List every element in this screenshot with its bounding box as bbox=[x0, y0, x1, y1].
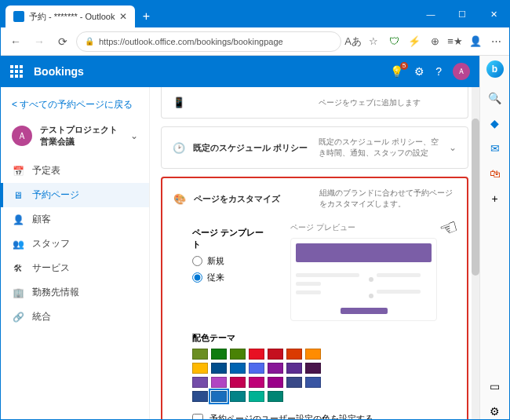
nav-label: 統合 bbox=[32, 310, 51, 323]
color-swatch[interactable] bbox=[268, 363, 283, 374]
collections-icon[interactable]: ⊕ bbox=[426, 33, 443, 50]
theme-label: 配色テーマ bbox=[192, 332, 437, 344]
settings-gear-icon[interactable]: ⚙ bbox=[414, 65, 424, 78]
window-minimize-button[interactable]: — bbox=[415, 1, 446, 27]
color-swatch[interactable] bbox=[268, 391, 283, 402]
tab-favicon bbox=[13, 11, 24, 22]
nav-icon: 🏢 bbox=[12, 287, 24, 298]
color-swatch[interactable] bbox=[211, 363, 227, 374]
scrollbar-track[interactable] bbox=[472, 87, 479, 419]
new-tab-button[interactable]: + bbox=[135, 5, 157, 27]
sidebar-item-5[interactable]: 🏢勤務先情報 bbox=[1, 280, 149, 305]
card-desc: ページをウェブに追加します bbox=[319, 97, 457, 108]
url-field[interactable]: 🔒 https://outlook.office.com/bookings/bo… bbox=[76, 31, 341, 52]
color-swatch[interactable] bbox=[305, 377, 321, 388]
color-swatch[interactable] bbox=[192, 391, 208, 402]
sidebar-item-0[interactable]: 📅予定表 bbox=[1, 159, 149, 183]
favorites-list-icon[interactable]: ≡★ bbox=[446, 33, 464, 50]
color-swatch[interactable] bbox=[268, 377, 283, 388]
nav-back-button[interactable]: ← bbox=[5, 31, 26, 52]
color-swatch[interactable] bbox=[249, 363, 264, 374]
back-link[interactable]: < すべての予約ページに戻る bbox=[1, 93, 149, 116]
color-swatch[interactable] bbox=[192, 363, 208, 374]
chevron-down-icon[interactable]: ⌄ bbox=[449, 142, 457, 153]
lock-icon: 🔒 bbox=[85, 37, 94, 46]
color-swatch[interactable] bbox=[230, 349, 246, 360]
color-swatch[interactable] bbox=[249, 377, 264, 388]
help-icon[interactable]: ? bbox=[435, 65, 442, 78]
radio-classic[interactable]: 従来 bbox=[192, 272, 267, 283]
color-swatch[interactable] bbox=[286, 349, 302, 360]
policy-icon: 🕑 bbox=[173, 142, 185, 154]
shopping-icon[interactable]: 🛍 bbox=[487, 166, 503, 181]
color-swatch[interactable] bbox=[286, 377, 302, 388]
edge-sidebar: b 🔍 ◆ ✉ 🛍 + ▭ ⚙ bbox=[479, 56, 509, 419]
device-icon: 📱 bbox=[173, 97, 185, 108]
color-swatch[interactable] bbox=[211, 377, 227, 388]
card-title: 既定のスケジュール ポリシー bbox=[193, 142, 311, 154]
menu-icon[interactable]: ⋯ bbox=[487, 33, 505, 50]
project-name: テストプロジェクト営業会議 bbox=[40, 124, 122, 148]
color-swatch[interactable] bbox=[230, 391, 246, 402]
sidebar-item-6[interactable]: 🔗統合 bbox=[1, 305, 149, 329]
checkbox-usercolor[interactable]: 予約ページのユーザー設定の色を設定する bbox=[192, 413, 437, 419]
scrollbar-thumb[interactable] bbox=[472, 119, 479, 276]
template-label: ページ テンプレート bbox=[192, 227, 267, 250]
tab-close-icon[interactable]: ✕ bbox=[119, 11, 127, 22]
card-title: ページをカスタマイズ bbox=[194, 193, 311, 205]
nav-icon: 👥 bbox=[12, 239, 24, 250]
color-swatch[interactable] bbox=[192, 349, 208, 360]
color-swatch[interactable] bbox=[268, 349, 283, 360]
color-swatch[interactable] bbox=[230, 363, 246, 374]
notifications-icon[interactable]: 💡5 bbox=[390, 65, 403, 78]
sidebar-settings-icon[interactable]: ⚙ bbox=[487, 404, 503, 419]
nav-icon: 📅 bbox=[12, 166, 24, 177]
project-avatar: Ａ bbox=[12, 126, 32, 146]
app-launcher-icon[interactable] bbox=[10, 65, 23, 78]
tracking-icon[interactable]: 🛡 bbox=[385, 33, 403, 50]
search-icon[interactable]: 🔍 bbox=[487, 90, 503, 106]
bing-icon[interactable]: b bbox=[486, 60, 504, 78]
browser-tab[interactable]: 予約 - ******* - Outlook ✕ bbox=[5, 5, 135, 27]
read-aloud-icon[interactable]: Aあ bbox=[344, 33, 362, 50]
app-name: Bookings bbox=[34, 65, 84, 78]
project-selector[interactable]: Ａ テストプロジェクト営業会議 ⌄ bbox=[1, 116, 149, 155]
color-swatch[interactable] bbox=[211, 349, 227, 360]
sidebar-item-3[interactable]: 👥スタッフ bbox=[1, 232, 149, 256]
window-titlebar: 予約 - ******* - Outlook ✕ + — ☐ ✕ bbox=[1, 1, 509, 27]
card-header-top[interactable]: 📱 x ページをウェブに追加します bbox=[162, 87, 468, 118]
outlook-icon[interactable]: ✉ bbox=[487, 141, 503, 156]
sidebar-collapse-icon[interactable]: ▭ bbox=[487, 378, 503, 394]
color-swatch[interactable] bbox=[230, 377, 246, 388]
favorite-icon[interactable]: ☆ bbox=[365, 33, 382, 50]
nav-label: サービス bbox=[32, 261, 70, 275]
window-maximize-button[interactable]: ☐ bbox=[446, 1, 478, 27]
main-panel: 📱 x ページをウェブに追加します 🕑 既定のスケジュール ポリシー 既定のスケ… bbox=[150, 87, 479, 419]
plus-icon[interactable]: + bbox=[487, 191, 503, 206]
color-swatch[interactable] bbox=[249, 391, 264, 402]
nav-refresh-button[interactable]: ⟳ bbox=[53, 31, 73, 52]
sidebar-item-4[interactable]: 🛠サービス bbox=[1, 256, 149, 280]
color-swatch[interactable] bbox=[305, 363, 321, 374]
card-header-schedule[interactable]: 🕑 既定のスケジュール ポリシー 既定のスケジュール ポリシー、空き時間、通知、… bbox=[162, 127, 468, 168]
url-text: https://outlook.office.com/bookings/book… bbox=[99, 37, 283, 46]
extensions-icon[interactable]: ⚡ bbox=[406, 33, 423, 50]
card-header-customize[interactable]: 🎨 ページをカスタマイズ 組織のブランドに合わせて予約ページをカスタマイズします… bbox=[162, 178, 467, 219]
color-swatch[interactable] bbox=[211, 391, 227, 402]
nav-icon: 🖥 bbox=[12, 190, 24, 201]
copilot-icon[interactable]: ◆ bbox=[487, 115, 503, 131]
sidebar-item-1[interactable]: 🖥予約ページ bbox=[1, 183, 149, 207]
nav-forward-button: → bbox=[29, 31, 49, 52]
nav-label: 予定表 bbox=[32, 164, 60, 177]
sidebar-item-2[interactable]: 👤顧客 bbox=[1, 207, 149, 232]
color-swatch[interactable] bbox=[192, 377, 208, 388]
nav-icon: 🛠 bbox=[12, 263, 24, 274]
account-avatar[interactable]: Ａ bbox=[453, 63, 470, 80]
profile-icon[interactable]: 👤 bbox=[467, 33, 484, 50]
color-swatch[interactable] bbox=[286, 363, 302, 374]
address-bar: ← → ⟳ 🔒 https://outlook.office.com/booki… bbox=[1, 27, 509, 56]
color-swatch[interactable] bbox=[305, 349, 321, 360]
radio-new[interactable]: 新規 bbox=[192, 255, 267, 267]
window-close-button[interactable]: ✕ bbox=[478, 1, 509, 27]
color-swatch[interactable] bbox=[249, 349, 264, 360]
